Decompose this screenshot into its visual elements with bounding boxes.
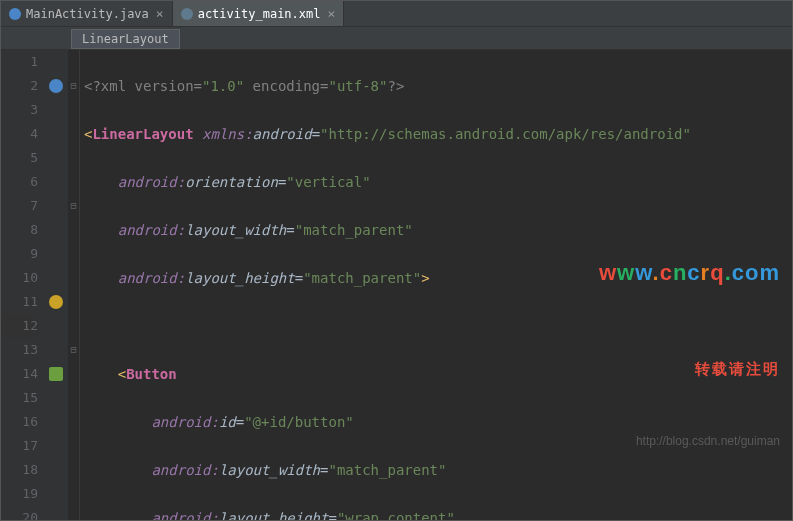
code-area[interactable]: <?xml version="1.0" encoding="utf-8"?> <… [80,50,792,521]
xml-file-icon [181,8,193,20]
ns: xmlns: [202,126,253,142]
xml-pi: <? [84,78,101,94]
string: "1.0" [202,78,244,94]
lightbulb-icon[interactable] [49,295,63,309]
string: "utf-8" [328,78,387,94]
close-icon[interactable]: × [327,6,335,21]
ns: android: [118,174,185,190]
code-editor[interactable]: 1 2 3 4 5 6 7 8 9 10 11 12 13 14 15 16 1… [1,50,792,521]
line-number[interactable]: 18 [1,458,38,482]
fold-icon[interactable]: ⊟ [69,338,78,362]
xml-pi: ?> [387,78,404,94]
xml-pi: xml version= [101,78,202,94]
line-number[interactable]: 3 [1,98,38,122]
line-number[interactable]: 8 [1,218,38,242]
line-number[interactable]: 15 [1,386,38,410]
line-number-gutter: 1 2 3 4 5 6 7 8 9 10 11 12 13 14 15 16 1… [1,50,46,521]
line-number[interactable]: 9 [1,242,38,266]
close-icon[interactable]: × [156,6,164,21]
tab-label: MainActivity.java [26,7,149,21]
attr: orientation [185,174,278,190]
xml-pi: encoding= [244,78,328,94]
line-number[interactable]: 1 [1,50,38,74]
line-number[interactable]: 14 [1,362,38,386]
tab-activity-main-xml[interactable]: activity_main.xml × [173,1,345,26]
line-number[interactable]: 5 [1,146,38,170]
line-number[interactable]: 6 [1,170,38,194]
tag: Button [126,366,177,382]
editor-tabs: MainActivity.java × activity_main.xml × [1,1,792,27]
tag: LinearLayout [92,126,193,142]
attr: layout_height [219,510,329,521]
ns: android: [151,462,218,478]
string: "match_parent" [328,462,446,478]
android-icon[interactable] [49,367,63,381]
attr: layout_width [185,222,286,238]
string: "@+id/button" [244,414,354,430]
string: "http://schemas.android.com/apk/res/andr… [320,126,691,142]
line-number[interactable]: 19 [1,482,38,506]
tab-main-activity[interactable]: MainActivity.java × [1,1,173,26]
line-number[interactable]: 20 [1,506,38,521]
string: "wrap_content" [337,510,455,521]
line-number[interactable]: 11 [1,290,38,314]
line-number[interactable]: 16 [1,410,38,434]
line-number[interactable]: 12 [1,314,38,338]
fold-icon[interactable]: ⊟ [69,194,78,218]
gutter-icon-column [46,50,68,521]
ns: android: [151,510,218,521]
breadcrumb-bar: LinearLayout [1,27,792,50]
line-number[interactable]: 13 [1,338,38,362]
tab-label: activity_main.xml [198,7,321,21]
attr: layout_width [219,462,320,478]
line-number[interactable]: 2 [1,74,38,98]
fold-column: ⊟ ⊟ ⊟ [68,50,80,521]
ns: android: [118,222,185,238]
breadcrumb-item[interactable]: LinearLayout [71,29,180,49]
line-number[interactable]: 10 [1,266,38,290]
class-icon[interactable] [49,79,63,93]
ns: android: [151,414,218,430]
line-number[interactable]: 7 [1,194,38,218]
line-number[interactable]: 17 [1,434,38,458]
fold-icon[interactable]: ⊟ [69,74,78,98]
ns: android: [118,270,185,286]
attr: id [219,414,236,430]
string: "match_parent" [295,222,413,238]
string: "vertical" [286,174,370,190]
string: "match_parent" [303,270,421,286]
attr: layout_height [185,270,295,286]
attr: android [253,126,312,142]
java-file-icon [9,8,21,20]
line-number[interactable]: 4 [1,122,38,146]
